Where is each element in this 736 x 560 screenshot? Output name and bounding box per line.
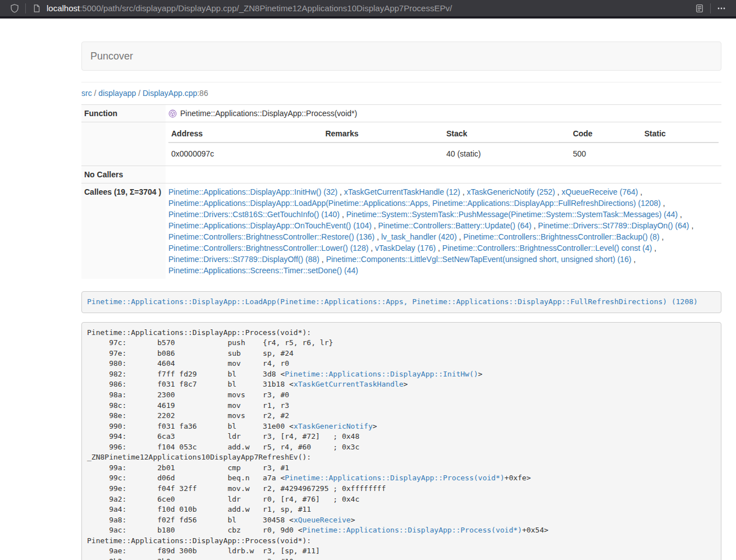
page-container: Puncover src / displayapp / DisplayApp.c… (81, 19, 721, 560)
metrics-table: AddressRemarksStackCodeStatic 0x0000097c… (168, 125, 719, 163)
callee-link[interactable]: Pinetime::Applications::Screens::Timer::… (168, 266, 358, 275)
callee-separator: , (689, 221, 694, 230)
divider (81, 82, 721, 82)
function-name: Pinetime::Applications::DisplayApp::Proc… (180, 108, 357, 119)
disassembly-block: Pinetime::Applications::DisplayApp::Proc… (81, 322, 721, 560)
disasm-symbol-link[interactable]: xTaskGenericNotify (294, 422, 373, 430)
function-symbol-icon (168, 109, 177, 118)
callee-link[interactable]: xTaskGenericNotify (252) (467, 187, 555, 196)
callee-link[interactable]: Pinetime::Drivers::Cst816S::GetTouchInfo… (168, 210, 340, 219)
callee-link[interactable]: Pinetime::Controllers::BrightnessControl… (463, 232, 659, 241)
breadcrumb: src / displayapp / DisplayApp.cpp:86 (81, 89, 721, 98)
toolbar-divider (25, 3, 26, 13)
breadcrumb-line-number: :86 (197, 89, 208, 98)
callee-link[interactable]: xTaskGetCurrentTaskHandle (12) (344, 187, 460, 196)
highlighted-symbol-box: Pinetime::Applications::DisplayApp::Load… (81, 291, 721, 313)
callee-separator: , (457, 232, 464, 241)
callee-separator: , (661, 199, 665, 208)
callee-link[interactable]: vTaskDelay (176) (375, 244, 436, 253)
disasm-symbol-link[interactable]: Pinetime::Applications::DisplayApp::Proc… (303, 526, 522, 534)
metrics-header-address: Address (168, 125, 322, 143)
breadcrumb-link[interactable]: DisplayApp.cpp (143, 89, 197, 98)
disasm-symbol-link[interactable]: xQueueReceive (294, 516, 351, 524)
page-icon[interactable] (30, 2, 43, 15)
metrics-value-code: 500 (570, 143, 641, 163)
callee-separator: , (678, 210, 682, 219)
disasm-symbol-link[interactable]: Pinetime::Applications::DisplayApp::Proc… (285, 474, 504, 482)
callee-separator: , (652, 244, 656, 253)
callee-link[interactable]: Pinetime::Drivers::St7789::DisplayOn() (… (538, 221, 689, 230)
callees-label: Callees (19, Σ=3704 ) (81, 183, 166, 279)
function-row: Function Pinetime::Applications::Display… (81, 105, 721, 122)
callee-link[interactable]: Pinetime::Applications::DisplayApp::Load… (168, 199, 661, 208)
callee-link[interactable]: Pinetime::Applications::DisplayApp::OnTo… (168, 221, 372, 230)
callee-separator: , (532, 221, 538, 230)
metrics-header-stack: Stack (444, 125, 570, 143)
callee-link[interactable]: Pinetime::Controllers::BrightnessControl… (168, 232, 374, 241)
callee-link[interactable]: Pinetime::Controllers::BrightnessControl… (168, 244, 368, 253)
breadcrumb-separator: / (92, 89, 99, 98)
callee-separator: , (374, 232, 381, 241)
callee-link[interactable]: Pinetime::Components::LittleVgl::SetNewT… (326, 255, 632, 264)
metrics-header-remarks: Remarks (322, 125, 444, 143)
metrics-row-label (81, 122, 166, 166)
callee-link[interactable]: Pinetime::Controllers::Battery::Update()… (378, 221, 532, 230)
metrics-header-static: Static (642, 125, 719, 143)
callee-separator: , (372, 221, 378, 230)
navbar: Puncover (81, 42, 721, 71)
breadcrumb-link[interactable]: displayapp (98, 89, 136, 98)
callee-link[interactable]: lv_task_handler (420) (381, 232, 457, 241)
reader-mode-icon[interactable] (693, 2, 706, 15)
no-callers-row: No Callers (81, 166, 721, 183)
callee-separator: , (319, 255, 326, 264)
url-host: localhost (47, 3, 80, 13)
callee-separator: , (436, 244, 442, 253)
callee-separator: , (638, 187, 642, 196)
callee-separator: , (368, 244, 375, 253)
callers-cell (166, 166, 721, 183)
browser-toolbar: localhost:5000/path/src/displayapp/Displ… (0, 0, 736, 19)
menu-icon[interactable] (715, 2, 728, 15)
callee-link[interactable]: Pinetime::Applications::DisplayApp::Init… (168, 187, 337, 196)
toolbar-divider (710, 3, 711, 13)
no-callers-label: No Callers (81, 166, 166, 183)
shield-icon[interactable] (8, 2, 21, 15)
callees-row: Callees (19, Σ=3704 ) Pinetime::Applicat… (81, 183, 721, 279)
disasm-symbol-link[interactable]: xTaskGetCurrentTaskHandle (294, 380, 404, 388)
callee-link[interactable]: xQueueReceive (764) (561, 187, 638, 196)
url-path: :5000/path/src/displayapp/DisplayApp.cpp… (80, 3, 452, 13)
callees-list: Pinetime::Applications::DisplayApp::Init… (166, 183, 721, 279)
metrics-value-remarks (322, 143, 444, 163)
url-bar[interactable]: localhost:5000/path/src/displayapp/Displ… (47, 3, 693, 13)
metrics-value-stack: 40 (static) (444, 143, 570, 163)
callee-separator: , (555, 187, 562, 196)
brand-link[interactable]: Puncover (82, 42, 141, 70)
callee-separator: , (337, 187, 344, 196)
disasm-symbol-link[interactable]: Pinetime::Applications::DisplayApp::Init… (285, 370, 478, 378)
callee-separator: , (460, 187, 467, 196)
highlighted-symbol-link[interactable]: Pinetime::Applications::DisplayApp::Load… (87, 297, 698, 306)
callee-link[interactable]: Pinetime::Controllers::BrightnessControl… (442, 244, 652, 253)
metrics-row: AddressRemarksStackCodeStatic 0x0000097c… (81, 122, 721, 166)
callee-separator: , (340, 210, 346, 219)
callee-separator: , (632, 255, 636, 264)
function-label: Function (81, 105, 166, 122)
callee-separator: , (660, 232, 664, 241)
metrics-value-address: 0x0000097c (168, 143, 322, 163)
breadcrumb-separator: / (136, 89, 143, 98)
metrics-value-static (642, 143, 719, 163)
breadcrumb-link[interactable]: src (81, 89, 92, 98)
callee-link[interactable]: Pinetime::System::SystemTask::PushMessag… (346, 210, 678, 219)
function-table: Function Pinetime::Applications::Display… (81, 104, 721, 279)
metrics-header-code: Code (570, 125, 641, 143)
callee-link[interactable]: Pinetime::Drivers::St7789::DisplayOff() … (168, 255, 319, 264)
